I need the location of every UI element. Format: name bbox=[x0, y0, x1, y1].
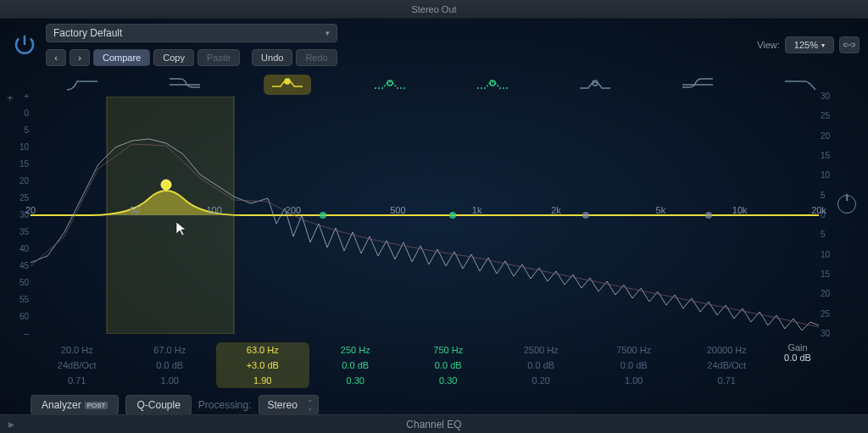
band-8-params[interactable]: 20000 Hz24dB/Oct0.71 bbox=[681, 342, 774, 388]
undo-button[interactable]: Undo bbox=[252, 49, 292, 66]
freq-tick: 10k bbox=[732, 205, 748, 215]
freq-tick: 1k bbox=[472, 205, 482, 215]
axis-left-tick: 35 bbox=[19, 227, 29, 236]
axis-right-tick: 15 bbox=[821, 151, 830, 160]
axis-left-tick: + bbox=[24, 92, 29, 101]
freq-tick: 2k bbox=[551, 205, 561, 215]
svg-point-8 bbox=[582, 212, 589, 219]
axis-left-tick: 25 bbox=[19, 193, 29, 203]
band-q: 0.71 bbox=[31, 373, 124, 388]
band-gain: 24dB/Oct bbox=[681, 358, 774, 373]
analyzer-button[interactable]: Analyzer POST bbox=[31, 395, 119, 415]
zoom-select[interactable]: 125% ▾ bbox=[785, 36, 834, 53]
band-freq: 750 Hz bbox=[402, 342, 495, 358]
redo-button[interactable]: Redo bbox=[296, 49, 337, 66]
band-freq: 20.0 Hz bbox=[31, 342, 124, 358]
band-2-params[interactable]: 67.0 Hz0.0 dB1.00 bbox=[124, 342, 217, 388]
axis-left-tick: 50 bbox=[19, 278, 29, 287]
freq-tick: 5k bbox=[656, 205, 666, 215]
title-text: Stereo Out bbox=[411, 4, 456, 14]
q-couple-button[interactable]: Q-Couple bbox=[125, 395, 191, 415]
band-freq: 2500 Hz bbox=[495, 342, 588, 358]
band-gain: 24dB/Oct bbox=[31, 358, 124, 373]
band-q: 1.00 bbox=[587, 373, 681, 388]
master-gain-knob[interactable] bbox=[837, 195, 856, 214]
band-icons-row bbox=[0, 71, 868, 97]
processing-select[interactable]: Stereo bbox=[259, 395, 319, 415]
freq-tick: 200 bbox=[286, 205, 301, 215]
band-gain: 0.0 dB bbox=[587, 358, 681, 373]
view-label: View: bbox=[757, 40, 780, 50]
svg-point-7 bbox=[449, 212, 456, 219]
svg-point-0 bbox=[285, 79, 290, 84]
next-preset-button[interactable]: › bbox=[70, 49, 90, 66]
band-4-bell[interactable] bbox=[338, 78, 441, 92]
band-3-node bbox=[161, 180, 171, 190]
paste-button[interactable]: Paste bbox=[198, 49, 240, 66]
band-3-params[interactable]: 63.0 Hz+3.0 dB1.90 bbox=[216, 342, 309, 388]
band-8-lowpass[interactable] bbox=[748, 78, 851, 92]
band-gain: 0.0 dB bbox=[495, 358, 588, 373]
master-gain-readout[interactable]: Gain0.0 dB bbox=[776, 342, 819, 388]
analyzer-mode-tag: POST bbox=[85, 402, 108, 409]
band-gain: 0.0 dB bbox=[402, 358, 495, 373]
axis-right-tick: 10 bbox=[821, 170, 830, 180]
axis-left-tick: 5 bbox=[24, 125, 29, 135]
band-6-params[interactable]: 2500 Hz0.0 dB0.20 bbox=[495, 342, 588, 388]
freq-tick: 20 bbox=[25, 205, 36, 215]
band-5-params[interactable]: 750 Hz0.0 dB0.30 bbox=[402, 342, 495, 388]
processing-label: Processing: bbox=[198, 399, 252, 411]
axis-right-tick: 25 bbox=[821, 309, 830, 319]
copy-button[interactable]: Copy bbox=[153, 49, 194, 66]
link-button[interactable] bbox=[839, 36, 860, 53]
band-2-lowshelf[interactable] bbox=[133, 78, 236, 92]
axis-left-tick: 20 bbox=[19, 176, 29, 186]
axis-left-db: +051015202530354045505560– bbox=[7, 97, 29, 334]
axis-left-tick: – bbox=[24, 329, 29, 338]
axis-left-tick: 55 bbox=[19, 295, 29, 304]
graph-svg bbox=[31, 97, 819, 334]
chevron-down-icon: ▾ bbox=[821, 42, 825, 49]
band-1-highpass[interactable] bbox=[31, 78, 133, 92]
band-freq: 63.0 Hz bbox=[216, 342, 309, 358]
svg-point-9 bbox=[705, 212, 712, 219]
freq-tick: 500 bbox=[390, 205, 405, 215]
freq-tick: 20k bbox=[811, 205, 826, 215]
band-q: 1.90 bbox=[216, 373, 309, 388]
preset-name: Factory Default bbox=[53, 27, 122, 39]
axis-left-tick: 45 bbox=[19, 261, 29, 270]
freq-tick: 100 bbox=[206, 205, 221, 215]
titlebar[interactable]: Stereo Out bbox=[0, 0, 868, 19]
power-button[interactable] bbox=[8, 25, 41, 65]
toolbar: Factory Default ▾ ‹ › Compare Copy Paste… bbox=[0, 19, 868, 71]
band-freq: 67.0 Hz bbox=[124, 342, 217, 358]
band-7-highshelf[interactable] bbox=[646, 78, 748, 92]
compare-button[interactable]: Compare bbox=[93, 49, 150, 66]
axis-left-tick: 10 bbox=[19, 142, 29, 152]
band-7-params[interactable]: 7500 Hz0.0 dB1.00 bbox=[587, 342, 681, 388]
band-q: 0.20 bbox=[495, 373, 588, 388]
band-3-bell[interactable] bbox=[236, 75, 338, 95]
band-gain: 0.0 dB bbox=[309, 358, 403, 373]
axis-right-tick: 20 bbox=[821, 131, 830, 141]
axis-right-tick: 25 bbox=[821, 111, 830, 120]
band-gain: 0.0 dB bbox=[124, 358, 217, 373]
axis-left-tick: 15 bbox=[19, 159, 29, 169]
band-gain: +3.0 dB bbox=[216, 358, 309, 373]
axis-right-tick: 30 bbox=[821, 92, 830, 101]
axis-right-tick: 30 bbox=[821, 329, 830, 338]
band-params: 20.0 Hz24dB/Oct0.7167.0 Hz0.0 dB1.0063.0… bbox=[0, 334, 868, 388]
axis-left-tick: 60 bbox=[19, 312, 29, 321]
prev-preset-button[interactable]: ‹ bbox=[46, 49, 66, 66]
footer: ▶ Channel EQ bbox=[0, 414, 868, 433]
preset-menu[interactable]: Factory Default ▾ bbox=[46, 24, 337, 42]
band-6-bell[interactable] bbox=[543, 78, 646, 92]
disclosure-triangle-icon[interactable]: ▶ bbox=[8, 420, 14, 429]
band-freq: 7500 Hz bbox=[587, 342, 681, 358]
eq-graph[interactable]: + +051015202530354045505560– 30252015105… bbox=[31, 97, 819, 334]
band-5-bell[interactable] bbox=[441, 78, 543, 92]
band-1-params[interactable]: 20.0 Hz24dB/Oct0.71 bbox=[31, 342, 124, 388]
axis-right-tick: 5 bbox=[821, 230, 826, 239]
band-q: 0.30 bbox=[402, 373, 495, 388]
band-4-params[interactable]: 250 Hz0.0 dB0.30 bbox=[309, 342, 403, 388]
